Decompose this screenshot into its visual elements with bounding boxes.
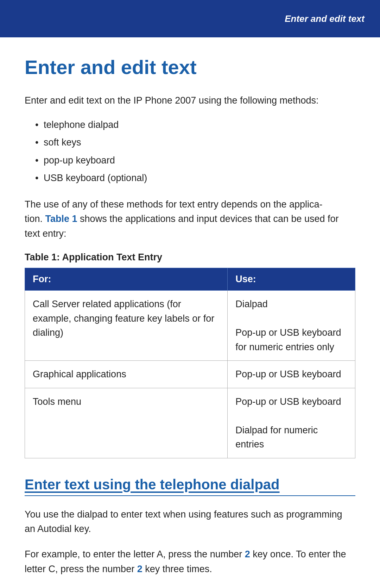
top-header-bar: Enter and edit text	[0, 0, 380, 37]
table-row: Graphical applications Pop-up or USB key…	[25, 361, 355, 388]
col-use-header: Use:	[228, 268, 355, 291]
table-title: Table 1: Application Text Entry	[25, 252, 355, 263]
table-row: Tools menu Pop-up or USB keyboardDialpad…	[25, 388, 355, 458]
application-text-entry-table: For: Use: Call Server related applicatio…	[25, 268, 355, 458]
table-row: Call Server related applications (for ex…	[25, 291, 355, 361]
intro-paragraph: Enter and edit text on the IP Phone 2007…	[25, 93, 355, 108]
table-cell-for-0: Call Server related applications (for ex…	[25, 291, 228, 361]
bullet-list: telephone dialpad soft keys pop-up keybo…	[35, 118, 355, 185]
header-title: Enter and edit text	[285, 13, 365, 24]
table-header-row: For: Use:	[25, 268, 355, 291]
list-item: telephone dialpad	[35, 118, 355, 132]
section2-title: Enter text using the telephone dialpad	[25, 477, 355, 496]
section2-para2: For example, to enter the letter A, pres…	[25, 547, 355, 577]
list-item: soft keys	[35, 135, 355, 150]
section2-para1: You use the dialpad to enter text when u…	[25, 507, 355, 537]
list-item: pop-up keyboard	[35, 153, 355, 168]
table-link: Table 1	[45, 213, 77, 224]
page-title: Enter and edit text	[25, 56, 355, 79]
body-paragraph-1: The use of any of these methods for text…	[25, 197, 355, 242]
table-cell-for-2: Tools menu	[25, 388, 228, 458]
para2-after: key three times.	[142, 564, 212, 574]
list-item: USB keyboard (optional)	[35, 171, 355, 185]
para2-num2a: 2	[245, 549, 250, 559]
table-cell-for-1: Graphical applications	[25, 361, 228, 388]
col-for-header: For:	[25, 268, 228, 291]
table-cell-use-2: Pop-up or USB keyboardDialpad for numeri…	[228, 388, 355, 458]
table-cell-use-1: Pop-up or USB keyboard	[228, 361, 355, 388]
table-cell-use-0: DialpadPop-up or USB keyboard for numeri…	[228, 291, 355, 361]
para2-before: For example, to enter the letter A, pres…	[25, 549, 245, 559]
main-content: Enter and edit text Enter and edit text …	[0, 37, 380, 588]
section2-title-wrapper: Enter text using the telephone dialpad	[25, 477, 355, 496]
para2-num2b: 2	[137, 564, 142, 574]
